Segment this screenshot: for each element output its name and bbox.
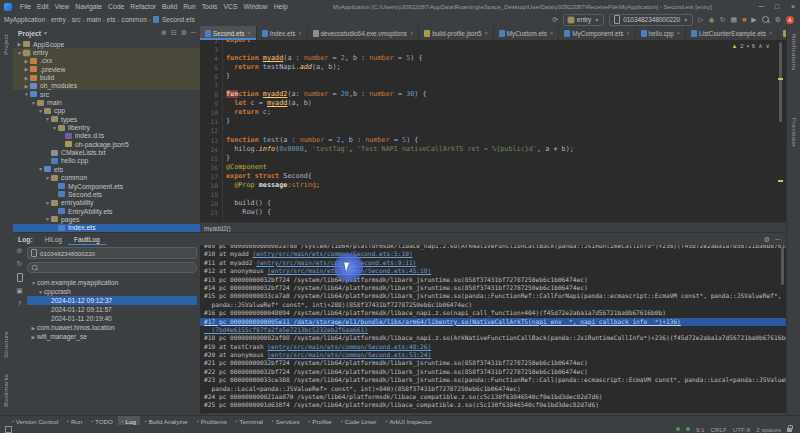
code-line[interactable]: function myadd2(a: number = 20,b : numbe… [226, 90, 774, 99]
indent-setting[interactable]: 2 spaces [756, 426, 781, 433]
code-line[interactable]: @Component [226, 163, 774, 172]
log-line[interactable]: #22 pc 00000000032bf724 /system/lib64/pl… [200, 368, 786, 376]
code-line[interactable]: hilog.info(0x0000, 'testTag', 'Test NAPI… [226, 145, 774, 154]
project-tree-item[interactable]: hello.cpp [13, 157, 200, 165]
chevron-right-icon[interactable]: ▶ [30, 334, 37, 340]
faultlog-device-select[interactable]: 0103482348000220 [27, 247, 197, 259]
chevron-down-icon[interactable]: ▼ [51, 125, 58, 131]
code-line[interactable]: build() { [226, 199, 774, 208]
log-line[interactable]: #24 pc 000000000021aa870 /system/lib64/p… [200, 393, 786, 401]
code-line[interactable]: return c; [226, 108, 774, 117]
code-line[interactable]: return testNapi.add(a, b); [226, 63, 774, 72]
faultlog-tree-item[interactable]: ▶wifi_manager_se [27, 332, 197, 341]
project-tree-item[interactable]: Index.ets [13, 224, 200, 232]
code-line[interactable] [226, 190, 774, 199]
tab-build-profile.json5[interactable]: build-profile.json5× [419, 26, 494, 40]
menu-window[interactable]: Window [241, 3, 271, 10]
project-tree-item[interactable]: ▼cpp [13, 107, 200, 115]
code-line[interactable] [226, 126, 774, 135]
export-icon[interactable]: ▣ [16, 287, 23, 295]
tab-second.ets[interactable]: Second.ets× [200, 26, 257, 40]
breadcrumb-item[interactable]: ets [107, 16, 116, 23]
menu-build[interactable]: Build [159, 3, 180, 10]
code-line[interactable] [226, 45, 774, 54]
faultlog-search-input[interactable] [42, 264, 162, 271]
project-tree-item[interactable]: ▼entryability [13, 199, 200, 207]
hide-panel-icon[interactable]: ─ [191, 29, 196, 37]
project-tree-item[interactable]: ▶.cxx [13, 57, 200, 65]
status-grid-icon[interactable] [5, 426, 12, 433]
chevron-right-icon[interactable]: ▶ [23, 58, 30, 64]
close-icon[interactable]: × [248, 30, 251, 36]
code-line[interactable]: let c = myadd(a, b) [226, 99, 774, 108]
menu-refactor[interactable]: Refactor [127, 3, 159, 10]
next-issue-icon[interactable]: ∨ [766, 42, 770, 49]
log-line[interactable]: #17 pc 0000000000005e11 /data/storage/el… [200, 318, 786, 326]
chevron-down-icon[interactable]: ▼ [37, 289, 44, 295]
minimize-button[interactable]: ─ [754, 3, 768, 10]
menu-code[interactable]: Code [105, 3, 127, 10]
menu-edit[interactable]: Edit [34, 3, 52, 10]
tool-strip-project[interactable]: Project [3, 34, 9, 55]
menu-file[interactable]: File [17, 3, 34, 10]
file-encoding[interactable]: UTF-8 [733, 426, 751, 433]
settings-icon[interactable]: ⚙ [775, 15, 781, 24]
tool-strip-bookmarks[interactable]: Bookmarks [3, 374, 9, 407]
crash-log-output[interactable]: #09 pc 00000000000002af08 /system/lib64/… [200, 245, 786, 413]
faultlog-tree-item[interactable]: ▶com.huawei.hmos.location [27, 323, 197, 332]
stack-frame-link[interactable]: (entry/src/main/ets/common/Second.ets:53… [267, 351, 431, 358]
project-tree-item[interactable]: ▼ets [13, 165, 200, 173]
log-line[interactable]: #11 at myadd2 (entry/src/main/ets/common… [200, 259, 786, 267]
close-icon[interactable]: × [626, 30, 629, 36]
chevron-down-icon[interactable]: ▼ [37, 166, 44, 172]
tool-strip-structure[interactable]: Structure [3, 331, 9, 358]
locate-file-icon[interactable]: ⊕ [161, 29, 167, 37]
project-tree-item[interactable]: ▶oh_modules [13, 82, 200, 90]
project-tree-item[interactable]: ▼pages [13, 215, 200, 223]
project-tree-item[interactable]: CMakeLists.txt [13, 148, 200, 156]
project-tree-item[interactable]: ▼libentry [13, 123, 200, 131]
project-tree-item[interactable]: Second.ets [13, 190, 200, 198]
project-tree-item[interactable]: ▼src [13, 90, 200, 98]
tab-module.json5[interactable]: module.json5× [778, 26, 786, 40]
close-icon[interactable]: × [298, 30, 301, 36]
log-line[interactable]: #18 pc 000000000002af08 /system/lib64/pl… [200, 334, 786, 342]
module-select[interactable]: entry ▼ [563, 14, 604, 26]
chevron-down-icon[interactable]: ▼ [44, 116, 51, 122]
context-function[interactable]: myadd2() [204, 225, 231, 232]
chevron-right-icon[interactable]: ▶ [23, 83, 30, 89]
run-button[interactable]: ▷ [698, 15, 703, 24]
close-icon[interactable]: × [550, 30, 553, 36]
menu-tools[interactable]: Tools [199, 3, 221, 10]
code-editor[interactable]: 23456789101112131415161718192021 exportf… [200, 40, 786, 222]
collapse-all-icon[interactable]: ⊟ [171, 29, 177, 37]
log-line[interactable]: #14 pc 00000000032bf724 /system/lib64/pl… [200, 284, 786, 292]
close-icon[interactable]: × [410, 30, 413, 36]
breadcrumb-item[interactable]: Second.ets [162, 16, 195, 23]
log-scrollbar[interactable] [781, 245, 785, 413]
log-line[interactable]: panda::Local<panda::JSValueRef> const*, … [200, 385, 786, 393]
code-line[interactable]: function test(a : number = 2, b : number… [226, 136, 774, 145]
log-line[interactable]: #21 pc 00000000032bf724 /system/lib64/pl… [200, 359, 786, 367]
debug-button[interactable]: ◉ [708, 15, 714, 24]
project-tree-item[interactable]: oh-package.json5 [13, 140, 200, 148]
chevron-down-icon[interactable]: ▼ [16, 50, 23, 56]
chevron-down-icon[interactable]: ▼ [44, 200, 51, 206]
user-avatar[interactable]: A [786, 16, 794, 24]
chevron-right-icon[interactable]: ▶ [16, 41, 23, 47]
tab-mycustom.ets[interactable]: MyCustom.ets× [494, 26, 559, 40]
menu-run[interactable]: Run [180, 3, 198, 10]
code-line[interactable]: @Prop message:string; [226, 181, 774, 190]
menu-help[interactable]: Help [271, 3, 291, 10]
log-line[interactable]: #16 pc 0000000000048094 /system/lib64/pl… [200, 309, 786, 317]
project-panel-title[interactable]: Project [18, 30, 41, 37]
editor-scrollbar-thumb[interactable] [779, 42, 782, 122]
project-tree-item[interactable]: ▼main [13, 98, 200, 106]
faultlog-tree-item[interactable]: 2024-01-11 20:19:40 [27, 314, 197, 323]
faultlog-tree-item[interactable]: ▼cppcrash [27, 287, 197, 296]
breadcrumb-item[interactable]: MyApplication [4, 16, 45, 23]
project-tree-item[interactable]: ▼common [13, 174, 200, 182]
log-line[interactable]: #12 at anonymous (entry/src/main/ets/com… [200, 267, 786, 275]
project-tree-item[interactable]: ▼types [13, 115, 200, 123]
log-hide-icon[interactable]: ─ [775, 236, 780, 244]
